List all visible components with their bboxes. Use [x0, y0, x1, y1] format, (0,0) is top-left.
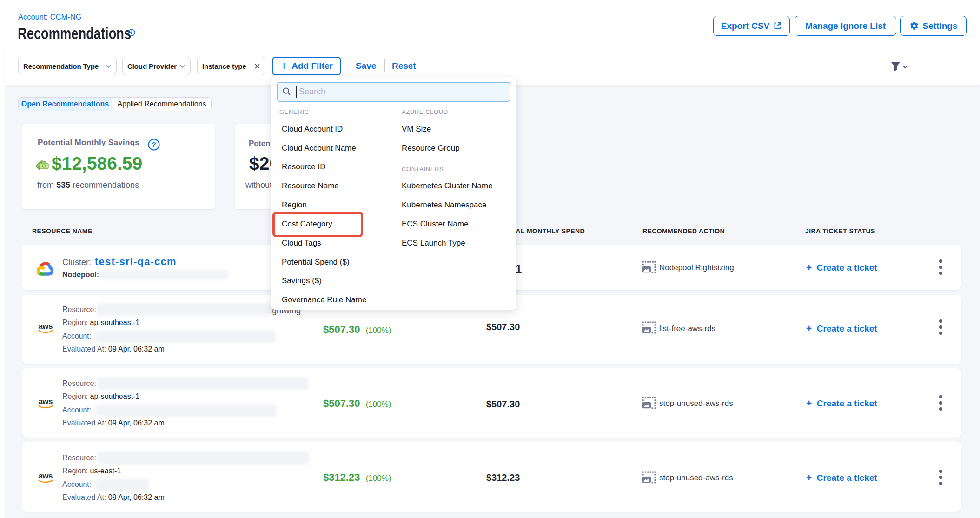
svg-text:aws: aws — [39, 472, 53, 480]
svg-text:aws: aws — [39, 322, 53, 331]
svg-text:aws: aws — [39, 397, 53, 406]
svg-text:?: ? — [152, 140, 156, 148]
